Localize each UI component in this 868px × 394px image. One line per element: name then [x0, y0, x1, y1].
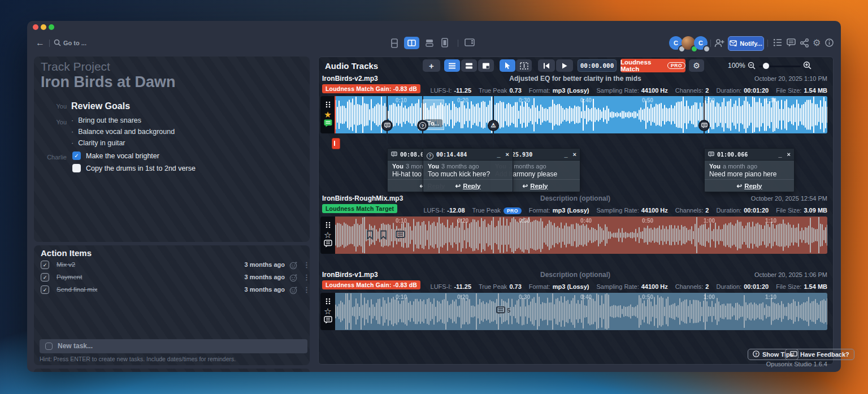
drag-handle-icon[interactable]: [326, 220, 331, 231]
stat-label: Format:: [529, 87, 550, 94]
zoom-window-button[interactable]: [49, 24, 54, 30]
minimize-popup-button[interactable]: _: [497, 151, 500, 158]
have-feedback-button[interactable]: Have Feedback?: [785, 349, 854, 360]
star-icon-outline[interactable]: ☆: [324, 308, 331, 315]
close-popup-button[interactable]: ×: [787, 151, 791, 158]
add-reaction-icon[interactable]: [289, 286, 298, 297]
view-vertical-split-icon[interactable]: [391, 38, 398, 48]
minimize-popup-button[interactable]: _: [564, 151, 567, 158]
close-popup-button[interactable]: ×: [506, 151, 509, 158]
pointer-tool-button-active[interactable]: [500, 59, 515, 72]
view-rows-icon[interactable]: [426, 38, 433, 47]
comment-text: Need more piano here: [705, 170, 794, 178]
comments-icon[interactable]: [324, 316, 332, 326]
playhead[interactable]: [335, 96, 336, 133]
timeline-label: 0:20: [457, 294, 468, 300]
track-list-view-button-active[interactable]: [444, 59, 460, 72]
drag-handle-icon[interactable]: [326, 100, 331, 110]
review-goal-text: Clarity in guitar: [78, 139, 125, 147]
task-checkbox-checked[interactable]: ✓: [41, 261, 49, 269]
stat-item: Sampling Rate:44100 Hz: [597, 205, 668, 215]
reply-button[interactable]: ↩Reply: [423, 179, 513, 192]
review-goal-item: ·Balance vocal and background: [71, 128, 175, 136]
stat-item: Format:mp3 (Lossy): [529, 281, 589, 291]
go-to-search-input[interactable]: Go to ...: [63, 40, 86, 46]
goal-checkbox-unchecked[interactable]: [72, 164, 81, 172]
comments-icon[interactable]: [324, 119, 332, 129]
timecode-display: 00:00.000: [578, 59, 617, 72]
stat-item: Duration:00:01:20: [716, 205, 769, 215]
zoom-in-icon[interactable]: [803, 61, 811, 70]
info-icon[interactable]: [825, 38, 834, 47]
waveform-track-3[interactable]: 5 0:100:200:300:400:501:001:10: [335, 293, 827, 330]
stat-value: 00:01:20: [744, 87, 769, 94]
loudness-settings-gear-icon[interactable]: ⚙: [689, 59, 704, 72]
comments-icon[interactable]: [324, 240, 332, 250]
comment-when: 3 months ago: [509, 163, 546, 170]
loudness-match-button[interactable]: Loudness Match PRO: [620, 59, 685, 72]
skip-to-start-button[interactable]: [538, 59, 555, 72]
task-menu-kebab-icon[interactable]: ⋮: [303, 273, 310, 282]
zoom-out-icon[interactable]: [748, 62, 756, 70]
track-date: October 20, 2025 12:54 PM: [751, 195, 827, 202]
task-checkbox-checked[interactable]: ✓: [41, 285, 49, 294]
avatar-initial: C: [674, 40, 678, 46]
reply-button[interactable]: ↩Reply: [705, 179, 794, 192]
bookmark-icon[interactable]: [380, 230, 387, 242]
comment-marker-comment-icon[interactable]: [381, 120, 393, 131]
numbered-list-icon[interactable]: [773, 38, 782, 46]
view-sidebar-right-icon[interactable]: [465, 38, 475, 46]
minimize-window-button[interactable]: [41, 24, 46, 30]
zoom-slider-knob[interactable]: [763, 63, 769, 69]
comment-count-marker[interactable]: 5: [496, 306, 510, 314]
close-window-button[interactable]: [33, 24, 38, 30]
bullet-dot: ·: [71, 139, 73, 147]
close-popup-button[interactable]: ×: [573, 151, 576, 158]
view-single-panel-icon[interactable]: [441, 38, 448, 47]
comment-timestamp: 00:14.484: [436, 151, 467, 158]
action-items-heading: Action Items: [41, 248, 92, 258]
track-rows-view-button[interactable]: [461, 59, 477, 72]
add-track-button[interactable]: +: [423, 59, 440, 72]
task-checkbox-checked[interactable]: ✓: [41, 273, 49, 282]
comment-marker-question-icon[interactable]: ?: [417, 120, 428, 131]
selection-tool-button[interactable]: [516, 59, 532, 72]
playhead-flag-icon[interactable]: [332, 138, 340, 149]
comment-popup[interactable]: 01:00.066_×Youa month agoNeed more piano…: [704, 148, 795, 192]
share-icon[interactable]: [800, 38, 809, 47]
comment-icon: [708, 149, 714, 159]
goal-checkbox-checked[interactable]: ✓: [72, 151, 81, 160]
play-button[interactable]: [556, 59, 573, 72]
loudness-gain-badge: Loudness Match Gain: -0.83 dB: [322, 280, 420, 289]
stat-label: True Peak: [479, 87, 507, 94]
comment-marker-comment-icon[interactable]: [698, 120, 710, 131]
track-stats: LUFS-I:-11.25True Peak0.73Format:mp3 (Lo…: [431, 281, 827, 291]
task-menu-kebab-icon[interactable]: ⋮: [303, 261, 310, 269]
back-button[interactable]: ←: [36, 38, 45, 48]
reply-label: Reply: [530, 183, 548, 189]
comments-icon[interactable]: [787, 38, 796, 47]
add-reaction-icon[interactable]: [289, 274, 298, 284]
comment-marker-icon[interactable]: [396, 231, 405, 241]
loudness-gain-badge: Loudness Match Gain: -0.83 dB: [322, 84, 420, 93]
comment-marker-warning-icon[interactable]: ⚠: [488, 120, 499, 131]
star-icon-outline[interactable]: ☆: [324, 231, 331, 239]
minimize-popup-button[interactable]: _: [778, 151, 782, 158]
stat-value: mp3 (Lossy): [553, 87, 589, 94]
view-split-panes-button-active[interactable]: [404, 37, 419, 49]
project-title: Iron Birds at Dawn: [41, 73, 176, 91]
add-person-icon[interactable]: [714, 38, 724, 47]
toolbar-divider: [710, 40, 711, 47]
task-menu-kebab-icon[interactable]: ⋮: [303, 285, 310, 294]
avatar-initial: C: [698, 40, 703, 46]
bookmark-icon[interactable]: [366, 230, 374, 242]
add-reaction-icon[interactable]: [289, 261, 298, 272]
notify-button[interactable]: Notify...: [728, 36, 764, 51]
waveform-track-2[interactable]: 0:100:200:300:400:501:001:10: [335, 217, 827, 254]
track-panel-view-button[interactable]: [478, 59, 494, 72]
drag-handle-icon[interactable]: [326, 297, 331, 307]
settings-gear-icon[interactable]: ⚙: [813, 37, 821, 48]
comment-meta: You3 months ago: [423, 161, 513, 170]
star-icon-filled[interactable]: ★: [324, 111, 331, 119]
comment-popup[interactable]: ?00:14.484_×You3 months agoToo much kick…: [423, 148, 513, 192]
